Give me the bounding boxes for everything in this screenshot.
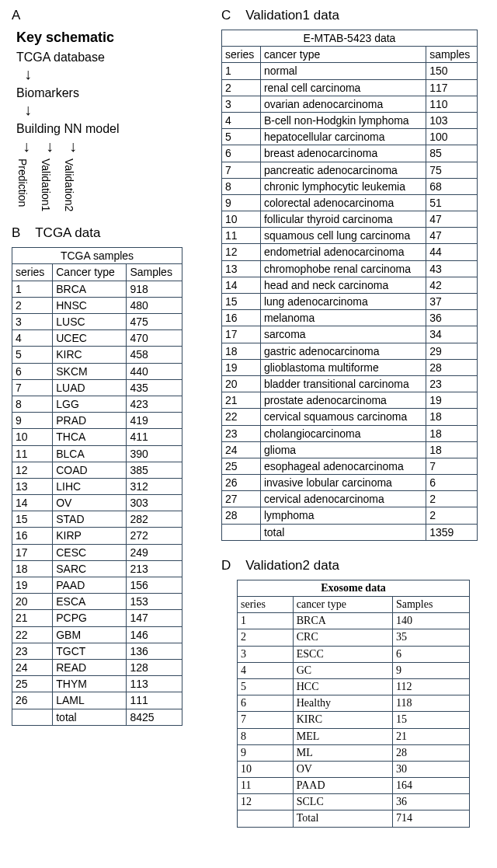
cell-samples: 35	[392, 629, 469, 646]
table-row: 22 cervical squamous carcinoma 18	[222, 409, 478, 425]
cell-type: READ	[53, 659, 127, 675]
table-row: 5 HCC 112	[238, 678, 470, 695]
cell-series: 12	[222, 244, 261, 260]
cell-type: invasive lobular carcinoma	[260, 475, 426, 491]
table-row: 10 follicular thyroid carcinoma 47	[222, 211, 478, 228]
cell-type: BLCA	[53, 445, 127, 462]
cell-series: 4	[12, 330, 53, 347]
cell-samples: 480	[127, 297, 182, 313]
emtab-caption: E-MTAB-5423 data	[222, 30, 478, 47]
cell-type: STAD	[53, 511, 127, 528]
cell-series: 20	[12, 594, 53, 610]
panel-c-title: Validation1 data	[245, 8, 339, 23]
table-row: 17 sarcoma 34	[222, 326, 478, 343]
cell-samples: 75	[426, 162, 478, 178]
cell-type: OV	[293, 761, 392, 777]
cell-samples: 470	[127, 330, 182, 347]
cell-type: ESCA	[53, 594, 127, 610]
exo-total-value: 714	[392, 810, 469, 827]
cell-type: CESC	[53, 544, 127, 560]
cell-type: chronic lymphocytic leukemia	[260, 178, 426, 194]
cell-samples: 68	[426, 178, 478, 194]
cell-samples: 15	[392, 712, 469, 728]
cell-samples: 6	[392, 646, 469, 662]
cell-type: esophageal adenocarcinoma	[260, 458, 426, 474]
cell-type: OV	[53, 495, 127, 511]
cell-series: 11	[12, 445, 53, 462]
table-row: 7 KIRC 15	[238, 712, 470, 728]
table-row: 23 TGCT 136	[12, 643, 182, 659]
emtab-total-row: total 1359	[222, 524, 478, 540]
table-row: 1 BRCA 140	[238, 613, 470, 629]
cell-samples: 34	[426, 326, 478, 343]
cell-samples: 150	[426, 63, 478, 79]
arrow-down-icon: ↓	[24, 66, 198, 82]
cell-type: chromophobe renal carcinoma	[260, 260, 426, 277]
table-row: 16 KIRP 272	[12, 528, 182, 544]
tcga-body: 1 BRCA 918 2 HNSC 480 3 LUSC 475 4 UCEC	[12, 281, 182, 709]
cell-series: 8	[222, 178, 261, 194]
cell-series: 22	[222, 409, 261, 425]
schematic-step3: Building NN model	[16, 122, 198, 136]
cell-samples: 147	[127, 610, 182, 626]
table-row: 12 SCLC 36	[238, 794, 470, 810]
cell-samples: 30	[392, 761, 469, 777]
cell-series: 23	[222, 425, 261, 441]
cell-series: 3	[222, 96, 261, 112]
cell-type: B-cell non-Hodgkin lymphoma	[260, 112, 426, 128]
cell-type: pancreatic adenocarcinoma	[260, 162, 426, 178]
table-row: 3 ESCC 6	[238, 646, 470, 662]
cell-series: 2	[222, 79, 261, 96]
cell-samples: 136	[127, 643, 182, 659]
cell-samples: 47	[426, 228, 478, 244]
cell-samples: 164	[392, 778, 469, 794]
tcga-table: TCGA samples series Cancer type Samples …	[12, 247, 182, 725]
cell-series: 6	[12, 363, 53, 379]
table-row: 6 breast adenocarcinoma 85	[222, 145, 478, 162]
panel-a-label: A	[12, 8, 20, 23]
cell-series: 16	[12, 528, 53, 544]
cell-type: cervical adenocarcinoma	[260, 491, 426, 507]
schematic-step1: TCGA database	[16, 51, 198, 64]
table-row: 20 bladder transitional carcinoma 23	[222, 375, 478, 392]
table-row: 20 ESCA 153	[12, 594, 182, 610]
table-row: 8 LGG 423	[12, 396, 182, 412]
table-row: 12 COAD 385	[12, 462, 182, 478]
table-row: 2 HNSC 480	[12, 297, 182, 313]
emtab-total-label: total	[260, 524, 426, 540]
cell-type: LAML	[53, 692, 127, 709]
panel-d-label: D	[221, 558, 231, 573]
cell-samples: 146	[127, 626, 182, 643]
emtab-h-type: cancer type	[260, 47, 426, 63]
cell-type: CRC	[293, 629, 392, 646]
cell-type: sarcoma	[260, 326, 426, 343]
cell-series: 7	[12, 379, 53, 396]
cell-samples: 118	[392, 695, 469, 712]
cell-type: COAD	[53, 462, 127, 478]
table-row: 23 cholangiocarcinoma 18	[222, 425, 478, 441]
arrow-down-icon: ↓	[23, 138, 30, 155]
cell-type: MEL	[293, 728, 392, 744]
cell-samples: 7	[426, 458, 478, 474]
cell-type: KIRC	[53, 347, 127, 363]
panel-a: A Key schematic TCGA database ↓ Biomarke…	[12, 8, 198, 211]
cell-samples: 51	[426, 194, 478, 211]
cell-samples: 440	[127, 363, 182, 379]
exo-h-samples: Samples	[392, 597, 469, 613]
cell-samples: 272	[127, 528, 182, 544]
cell-series: 18	[222, 343, 261, 359]
cell-series: 1	[222, 63, 261, 79]
exo-total-label: Total	[293, 810, 392, 827]
cell-samples: 113	[127, 676, 182, 692]
table-row: 7 LUAD 435	[12, 379, 182, 396]
cell-type: PCPG	[53, 610, 127, 626]
cell-type: melanoma	[260, 310, 426, 326]
cell-series: 10	[12, 429, 53, 445]
cell-type: TGCT	[53, 643, 127, 659]
table-row: 8 chronic lymphocytic leukemia 68	[222, 178, 478, 194]
cell-samples: 23	[426, 375, 478, 392]
table-row: 9 colorectal adenocarcinoma 51	[222, 194, 478, 211]
cell-samples: 2	[426, 491, 478, 507]
cell-type: THYM	[53, 676, 127, 692]
cell-series: 2	[238, 629, 294, 646]
